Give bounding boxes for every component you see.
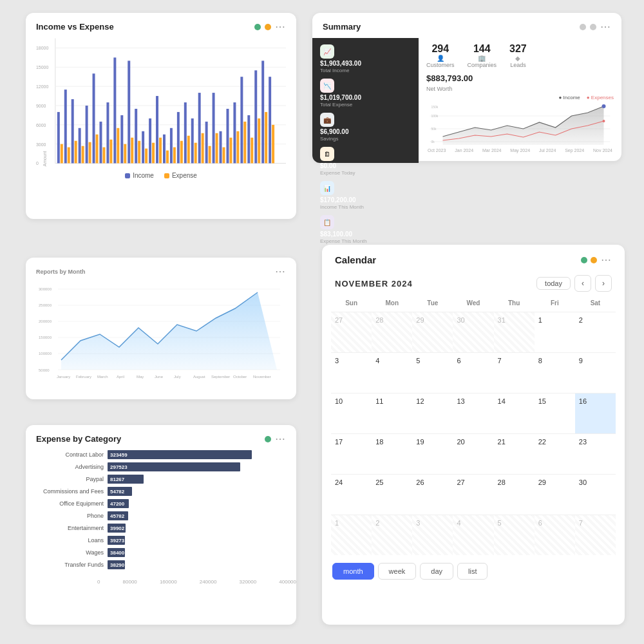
svg-point-117 [602,104,606,108]
svg-rect-29 [106,102,109,164]
expense-bar-fill: 323459 [108,450,252,459]
cal-cell[interactable]: 10 [331,393,372,433]
summary-header: Summary ⋯ [312,13,621,38]
metric-leads: 327 ◆ Leads [509,43,527,68]
cal-cell[interactable]: 5 [412,353,453,393]
income-legend: Income [125,172,154,179]
svg-rect-65 [233,102,236,164]
stat-icon-expense-month: 📋 [320,215,334,229]
cal-menu-icon[interactable]: ⋯ [601,254,612,266]
svg-rect-36 [131,138,133,164]
cal-cell[interactable]: 30 [575,475,616,515]
cal-cell[interactable]: 17 [331,434,372,474]
cal-view-week[interactable]: week [378,563,417,580]
day-header-sat: Sat [575,297,616,309]
expense-bar-fill: 297523 [108,462,240,471]
cal-cell[interactable]: 12 [412,393,453,433]
cal-cell[interactable]: 1 [535,312,575,352]
expense-x-axis: 0 80000 160000 240000 320000 400000 [97,578,296,586]
svg-rect-24 [89,142,91,164]
cal-cell[interactable]: 14 [494,393,535,433]
cal-cell[interactable]: 22 [535,434,575,474]
cal-cell[interactable]: 9 [575,353,616,393]
stat-value-income-month: $170,200.00 [320,196,411,204]
cal-cell[interactable]: 21 [494,434,535,474]
stat-income-month: 📊 $170,200.00 Income This Month [320,181,411,210]
cal-cell[interactable]: 6 [535,515,575,555]
cal-week-4: 17 18 19 20 21 22 23 [331,433,616,474]
cal-cell[interactable]: 30 [453,312,493,352]
reports-menu-icon[interactable]: ⋯ [275,265,286,278]
cal-cell[interactable]: 7 [494,353,535,393]
cal-view-month[interactable]: month [332,563,374,580]
cal-cell[interactable]: 18 [372,434,412,474]
cal-cell[interactable]: 27 [453,475,493,515]
cal-cell[interactable]: 13 [453,393,493,433]
cal-cell[interactable]: 26 [412,475,453,515]
cal-cell[interactable]: 4 [372,353,412,393]
cal-cell[interactable]: 20 [453,434,493,474]
cal-cell[interactable]: 5 [494,515,535,555]
next-month-button[interactable]: › [595,275,612,292]
cal-view-day[interactable]: day [420,563,453,580]
stat-label-income-month: Income This Month [320,204,411,210]
svg-rect-48 [173,147,176,164]
cal-cell[interactable]: 27 [331,312,372,352]
cal-cell[interactable]: 6 [453,353,493,393]
cal-cell[interactable]: 28 [494,475,535,515]
cal-cell[interactable]: 8 [535,353,575,393]
expense-bar-row: Contract Labor323459 [36,450,286,459]
cal-cell[interactable]: 23 [575,434,616,474]
cal-cell[interactable]: 19 [412,434,453,474]
metric-leads-label: Leads [509,62,527,68]
income-legend-label: Income [133,172,154,179]
expense-bar-row: Commissions and Fees54782 [36,487,286,496]
expense-bar-label: Phone [36,513,104,519]
stat-value-today: $0.00 [320,162,411,170]
svg-rect-37 [135,109,137,164]
cal-cell[interactable]: 3 [331,353,372,393]
expense-menu-icon[interactable]: ⋯ [275,433,286,445]
cal-cell[interactable]: 7 [575,515,616,555]
svg-rect-32 [117,128,119,164]
svg-rect-45 [163,135,166,164]
income-expense-card: Income vs Expense ⋯ 0 3000 6000 9000 120… [26,13,296,219]
svg-rect-75 [269,77,271,163]
svg-rect-26 [96,135,99,164]
cal-cell[interactable]: 1 [331,515,372,555]
svg-rect-69 [247,115,250,164]
cal-cell[interactable]: 31 [494,312,535,352]
cal-cell[interactable]: 24 [331,475,372,515]
metric-customers-label: Customers [426,62,455,68]
svg-text:August: August [193,375,205,379]
today-button[interactable]: today [536,277,571,290]
cal-cell[interactable]: 2 [372,515,412,555]
cal-cell-today[interactable]: 16 [575,393,616,433]
summary-menu-icon[interactable]: ⋯ [600,21,611,33]
expense-bar-label: Wages [36,549,104,556]
stat-label-today: Expense Today [320,170,411,176]
svg-rect-50 [180,141,183,164]
svg-rect-18 [68,147,70,164]
menu-icon[interactable]: ⋯ [275,21,286,33]
cal-cell[interactable]: 2 [575,312,616,352]
stat-total-income: 📈 $1,903,493.00 Total Income [320,44,411,73]
cal-cell[interactable]: 25 [372,475,412,515]
cal-cell[interactable]: 28 [372,312,412,352]
svg-rect-31 [113,57,116,163]
day-header-sun: Sun [331,297,372,309]
yellow-dot [265,24,271,30]
svg-text:150000: 150000 [39,336,52,339]
expense-bar-label: Transfer Funds [36,562,104,568]
day-header-tue: Tue [412,297,453,309]
cal-cell[interactable]: 11 [372,393,412,433]
cal-cell[interactable]: 15 [535,393,575,433]
svg-rect-19 [71,99,74,163]
cal-cell[interactable]: 29 [535,475,575,515]
cal-view-list[interactable]: list [457,563,488,580]
svg-rect-63 [226,109,229,164]
cal-cell[interactable]: 4 [453,515,493,555]
cal-cell[interactable]: 29 [412,312,453,352]
cal-cell[interactable]: 3 [412,515,453,555]
prev-month-button[interactable]: ‹ [574,275,591,292]
